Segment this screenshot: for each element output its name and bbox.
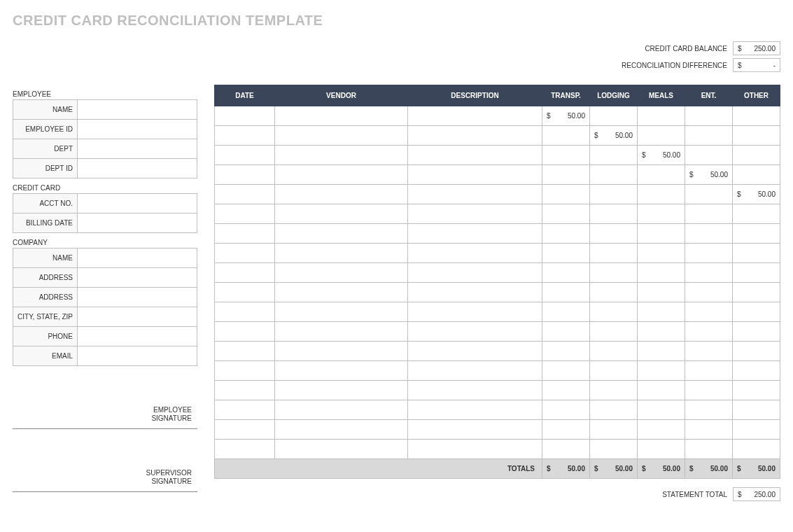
cell-date[interactable] — [215, 263, 275, 283]
cell-date[interactable] — [215, 322, 275, 342]
cell-vendor[interactable] — [275, 342, 408, 361]
cell-date[interactable] — [215, 244, 275, 263]
cell-ent[interactable] — [685, 185, 733, 204]
cell-meals[interactable] — [638, 420, 685, 440]
cell-other[interactable] — [733, 381, 780, 400]
cell-other[interactable] — [733, 322, 780, 342]
cell-description[interactable] — [408, 106, 542, 126]
cell-date[interactable] — [215, 106, 275, 126]
cell-date[interactable] — [215, 342, 275, 361]
cell-ent[interactable] — [685, 146, 733, 165]
cell-date[interactable] — [215, 400, 275, 420]
cell-date[interactable] — [215, 283, 275, 302]
cell-transp[interactable] — [542, 302, 590, 322]
cell-transp[interactable] — [542, 126, 590, 146]
cell-meals[interactable] — [638, 342, 685, 361]
cell-description[interactable] — [408, 263, 542, 283]
company-name-input[interactable] — [78, 248, 197, 268]
cell-lodging[interactable] — [590, 146, 638, 165]
cell-meals[interactable] — [638, 283, 685, 302]
cell-ent[interactable] — [685, 224, 733, 244]
cell-vendor[interactable] — [275, 146, 408, 165]
cell-description[interactable] — [408, 185, 542, 204]
cell-vendor[interactable] — [275, 302, 408, 322]
acct-no-input[interactable] — [78, 194, 197, 214]
cell-date[interactable] — [215, 302, 275, 322]
cell-description[interactable] — [408, 400, 542, 420]
cell-vendor[interactable] — [275, 400, 408, 420]
cell-description[interactable] — [408, 283, 542, 302]
cell-description[interactable] — [408, 244, 542, 263]
cell-lodging[interactable] — [590, 400, 638, 420]
cell-other[interactable] — [733, 283, 780, 302]
cell-lodging[interactable] — [590, 381, 638, 400]
cell-date[interactable] — [215, 146, 275, 165]
cell-other[interactable]: $50.00 — [733, 185, 780, 204]
cell-transp[interactable] — [542, 244, 590, 263]
cell-ent[interactable]: $50.00 — [685, 165, 733, 185]
cell-ent[interactable] — [685, 400, 733, 420]
cell-other[interactable] — [733, 440, 780, 459]
cell-description[interactable] — [408, 224, 542, 244]
company-citystatezip-input[interactable] — [78, 307, 197, 327]
cell-ent[interactable] — [685, 381, 733, 400]
cell-lodging[interactable] — [590, 420, 638, 440]
cell-transp[interactable] — [542, 185, 590, 204]
cell-description[interactable] — [408, 146, 542, 165]
cell-lodging[interactable] — [590, 224, 638, 244]
cell-date[interactable] — [215, 204, 275, 224]
cell-meals[interactable] — [638, 165, 685, 185]
credit-card-balance-value[interactable]: $ 250.00 — [733, 41, 780, 55]
cell-meals[interactable] — [638, 381, 685, 400]
cell-date[interactable] — [215, 185, 275, 204]
cell-meals[interactable] — [638, 204, 685, 224]
cell-other[interactable] — [733, 342, 780, 361]
cell-lodging[interactable] — [590, 322, 638, 342]
cell-vendor[interactable] — [275, 204, 408, 224]
billing-date-input[interactable] — [78, 214, 197, 233]
cell-other[interactable] — [733, 302, 780, 322]
cell-description[interactable] — [408, 165, 542, 185]
cell-date[interactable] — [215, 224, 275, 244]
cell-description[interactable] — [408, 361, 542, 381]
cell-meals[interactable] — [638, 361, 685, 381]
cell-vendor[interactable] — [275, 322, 408, 342]
cell-ent[interactable] — [685, 126, 733, 146]
cell-transp[interactable] — [542, 440, 590, 459]
cell-description[interactable] — [408, 381, 542, 400]
cell-lodging[interactable] — [590, 342, 638, 361]
cell-other[interactable] — [733, 361, 780, 381]
cell-vendor[interactable] — [275, 165, 408, 185]
reconciliation-diff-value[interactable]: $ - — [733, 58, 780, 72]
cell-date[interactable] — [215, 361, 275, 381]
cell-description[interactable] — [408, 126, 542, 146]
company-address1-input[interactable] — [78, 268, 197, 288]
cell-lodging[interactable] — [590, 302, 638, 322]
cell-lodging[interactable] — [590, 165, 638, 185]
cell-description[interactable] — [408, 440, 542, 459]
cell-description[interactable] — [408, 342, 542, 361]
cell-vendor[interactable] — [275, 440, 408, 459]
cell-date[interactable] — [215, 381, 275, 400]
cell-description[interactable] — [408, 302, 542, 322]
cell-transp[interactable] — [542, 165, 590, 185]
cell-vendor[interactable] — [275, 420, 408, 440]
employee-name-input[interactable] — [78, 100, 197, 120]
cell-other[interactable] — [733, 263, 780, 283]
cell-vendor[interactable] — [275, 224, 408, 244]
cell-lodging[interactable]: $50.00 — [590, 126, 638, 146]
cell-lodging[interactable] — [590, 185, 638, 204]
cell-meals[interactable] — [638, 263, 685, 283]
cell-other[interactable] — [733, 106, 780, 126]
cell-ent[interactable] — [685, 244, 733, 263]
cell-ent[interactable] — [685, 283, 733, 302]
employee-signature-area[interactable]: EMPLOYEE SIGNATURE — [13, 400, 197, 429]
cell-meals[interactable] — [638, 244, 685, 263]
supervisor-signature-area[interactable]: SUPERVISOR SIGNATURE — [13, 463, 197, 492]
cell-ent[interactable] — [685, 361, 733, 381]
cell-vendor[interactable] — [275, 381, 408, 400]
cell-lodging[interactable] — [590, 440, 638, 459]
cell-transp[interactable] — [542, 146, 590, 165]
cell-lodging[interactable] — [590, 106, 638, 126]
cell-transp[interactable] — [542, 322, 590, 342]
